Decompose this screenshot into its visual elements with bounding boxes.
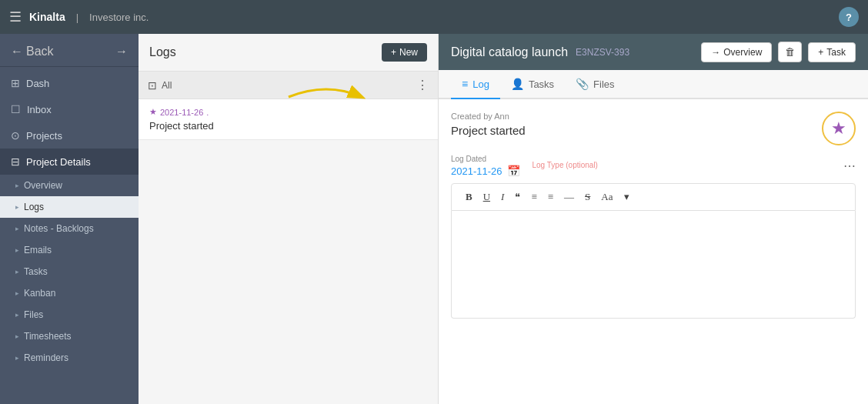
overview-button[interactable]: → Overview: [701, 42, 772, 62]
topbar: ☰ Kinalta | Investore inc. ?: [0, 0, 868, 34]
project-details-icon: ⊟: [11, 155, 20, 168]
sidebar-item-project-details-label: Project Details: [26, 156, 91, 168]
delete-button[interactable]: 🗑: [778, 42, 802, 62]
sidebar-item-projects[interactable]: ⊙ Projects: [0, 122, 139, 149]
plus-task-icon: +: [818, 47, 823, 58]
sidebar-sub-kanban[interactable]: ▸ Kanban: [0, 282, 139, 304]
star-badge[interactable]: ★: [822, 112, 856, 145]
created-by-label: Created by Ann: [451, 112, 526, 121]
new-button[interactable]: + New: [382, 43, 427, 62]
filter-icon: ⊡: [148, 79, 157, 92]
sidebar-item-projects-label: Projects: [26, 130, 62, 142]
bold-button[interactable]: B: [461, 189, 477, 205]
hr-button[interactable]: —: [559, 189, 579, 205]
text-format-button[interactable]: Aa: [596, 189, 617, 205]
sidebar-sub-reminders[interactable]: ▸ Reminders: [0, 347, 139, 369]
bullet-icon: ▸: [15, 354, 19, 362]
sidebar-back-nav: ← Back →: [0, 34, 139, 67]
dash-icon: ⊞: [11, 77, 20, 89]
log-more-button[interactable]: ⋯: [843, 159, 856, 173]
log-item-date: ★ 2021-11-26 .: [149, 107, 427, 117]
sub-emails-label: Emails: [24, 245, 52, 255]
log-type-label: Log Type (optional): [532, 161, 832, 169]
star-icon: ★: [149, 107, 157, 117]
log-list-item[interactable]: ★ 2021-11-26 . Project started: [139, 99, 438, 140]
sidebar-sub-emails[interactable]: ▸ Emails: [0, 239, 139, 261]
right-id: E3NZSV-393: [576, 47, 629, 58]
brand-label: Kinalta: [29, 11, 65, 23]
sidebar-item-inbox[interactable]: ☐ Inbox: [0, 96, 139, 122]
sidebar-item-inbox-label: Inbox: [27, 104, 52, 115]
overview-label: Overview: [723, 47, 762, 58]
logs-list: ★ 2021-11-26 . Project started: [139, 99, 438, 404]
sidebar-sub-overview[interactable]: ▸ Overview: [0, 175, 139, 196]
sidebar-item-project-details[interactable]: ⊟ Project Details: [0, 149, 139, 175]
log-item-title: Project started: [149, 120, 427, 132]
help-button[interactable]: ?: [839, 7, 859, 27]
italic-button[interactable]: I: [496, 189, 509, 205]
back-label: Back: [26, 45, 54, 58]
tab-files-label: Files: [593, 78, 614, 90]
sub-tasks-label: Tasks: [24, 266, 48, 277]
quote-button[interactable]: ❝: [510, 189, 525, 205]
filter-label: All: [162, 80, 172, 91]
tab-files[interactable]: 📎 Files: [565, 70, 625, 99]
sub-reminders-label: Reminders: [24, 352, 68, 363]
calendar-icon[interactable]: 📅: [507, 165, 520, 177]
log-meta: Created by Ann Project started ★: [451, 112, 856, 145]
bullet-icon: ▸: [15, 311, 19, 319]
strikethrough-button[interactable]: S: [580, 189, 595, 205]
company-label: Investore inc.: [89, 12, 149, 23]
log-type-field: Log Type (optional): [532, 161, 832, 171]
tab-log[interactable]: ≡ Log: [451, 70, 500, 99]
middle-actions: + New: [382, 43, 427, 62]
back-left-arrow: ←: [11, 45, 23, 58]
right-header: Digital catalog launch E3NZSV-393 → Over…: [439, 34, 868, 70]
right-panel: Digital catalog launch E3NZSV-393 → Over…: [439, 34, 868, 404]
editor-area[interactable]: [451, 211, 856, 319]
right-title: Digital catalog launch: [451, 45, 568, 59]
sidebar-sub-logs[interactable]: ▸ Logs: [0, 196, 139, 218]
right-title-area: Digital catalog launch E3NZSV-393: [451, 45, 629, 59]
ordered-list-button[interactable]: ≡: [543, 189, 558, 205]
main-layout: ← Back → ⊞ Dash ☐ Inbox ⊙ Projects ⊟ Pro…: [0, 34, 868, 404]
menu-icon[interactable]: ☰: [9, 8, 22, 25]
sidebar-sub-files[interactable]: ▸ Files: [0, 304, 139, 326]
back-button[interactable]: ← Back →: [0, 40, 139, 63]
sidebar-item-dash[interactable]: ⊞ Dash: [0, 70, 139, 96]
tab-tasks-label: Tasks: [529, 78, 554, 90]
middle-panel: Logs + New ⊡ A: [139, 34, 439, 404]
overview-arrow-icon: →: [711, 47, 720, 58]
bullet-icon: ▸: [15, 268, 19, 275]
tab-log-label: Log: [472, 78, 489, 90]
sidebar-sub-timesheets[interactable]: ▸ Timesheets: [0, 326, 139, 347]
add-task-button[interactable]: + Task: [808, 42, 856, 62]
underline-button[interactable]: U: [479, 189, 495, 205]
sub-kanban-label: Kanban: [24, 288, 55, 299]
filter-more-button[interactable]: ⋮: [416, 78, 429, 92]
log-date-field: Log Dated 2021-11-26 📅: [451, 155, 520, 177]
log-date-text: 2021-11-26: [451, 165, 502, 177]
middle-header: Logs + New: [139, 34, 438, 72]
sidebar-sub-notes-backlogs[interactable]: ▸ Notes - Backlogs: [0, 218, 139, 239]
projects-icon: ⊙: [11, 129, 20, 142]
sidebar-item-dash-label: Dash: [26, 78, 49, 89]
log-tab-icon: ≡: [462, 78, 468, 90]
right-tabs: ≡ Log 👤 Tasks 📎 Files: [439, 70, 868, 99]
trash-icon: 🗑: [785, 46, 795, 58]
bullet-icon: ▸: [15, 246, 19, 254]
topbar-divider: |: [76, 12, 78, 23]
tab-tasks[interactable]: 👤 Tasks: [500, 70, 565, 99]
log-date-value-display: 2021-11-26 📅: [451, 165, 520, 177]
bullet-icon: ▸: [15, 182, 19, 189]
log-content-area: Created by Ann Project started: [451, 112, 526, 137]
more-format-button[interactable]: ▾: [619, 189, 634, 205]
editor-toolbar: B U I ❝ ≡ ≡ — S Aa ▾: [451, 183, 856, 211]
logs-title: Logs: [149, 45, 176, 59]
sidebar-sub-tasks[interactable]: ▸ Tasks: [0, 261, 139, 282]
inbox-icon: ☐: [11, 103, 21, 115]
log-date-label: Log Dated: [451, 155, 520, 163]
log-date-row: Log Dated 2021-11-26 📅 Log Type (optiona…: [451, 155, 856, 177]
middle-filter-bar: ⊡ All ⋮: [139, 72, 438, 99]
unordered-list-button[interactable]: ≡: [526, 189, 541, 205]
